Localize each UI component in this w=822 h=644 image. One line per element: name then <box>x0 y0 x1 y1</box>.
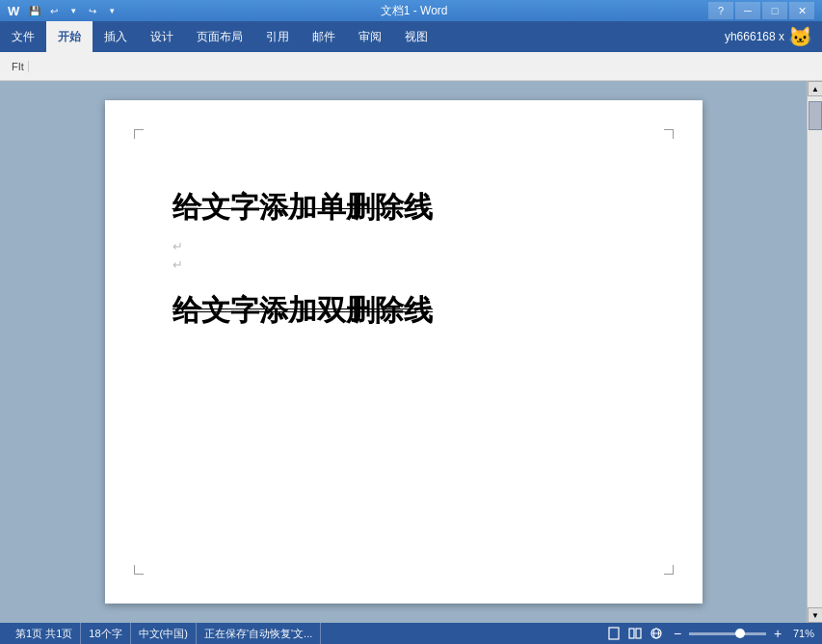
corner-mark-tr <box>664 129 674 139</box>
zoom-in-button[interactable]: + <box>768 625 787 642</box>
minimize-button[interactable]: ─ <box>735 2 760 19</box>
document-scroll-area[interactable]: 给文字添加单删除线 ↵ ↵ 给文字添加双删除线 <box>0 81 807 623</box>
tab-review[interactable]: 审阅 <box>347 21 393 52</box>
window-controls: ? ─ □ ✕ <box>708 2 814 19</box>
tab-pagelayout[interactable]: 页面布局 <box>185 21 254 52</box>
language-status[interactable]: 中文(中国) <box>131 623 197 644</box>
svg-rect-1 <box>629 629 634 638</box>
scroll-down-button[interactable]: ▼ <box>808 607 822 623</box>
username-label: yh666168 x <box>725 30 784 43</box>
tab-home[interactable]: 开始 <box>46 21 93 52</box>
single-strikethrough-text: 给文字添加单删除线 <box>172 191 433 223</box>
tab-view[interactable]: 视图 <box>393 21 439 52</box>
toolbar-area: FIt ​ <box>0 52 822 81</box>
text-block-1: 给文字添加单删除线 <box>172 187 635 228</box>
tab-mailings[interactable]: 邮件 <box>301 21 347 52</box>
svg-rect-2 <box>636 629 641 638</box>
print-layout-button[interactable] <box>604 625 623 642</box>
text-block-2: 给文字添加双删除线 <box>172 291 635 331</box>
tab-design[interactable]: 设计 <box>139 21 185 52</box>
read-mode-button[interactable] <box>625 625 645 642</box>
window-title: 文档1 - Word <box>119 3 708 19</box>
zoom-percentage[interactable]: 71% <box>789 628 814 639</box>
zoom-out-button[interactable]: − <box>668 625 687 642</box>
tab-insert[interactable]: 插入 <box>93 21 139 52</box>
user-info: yh666168 x 🐱 <box>715 21 822 52</box>
zoom-track[interactable] <box>689 632 766 635</box>
tab-file[interactable]: 文件 <box>0 21 46 52</box>
zoom-slider[interactable] <box>689 627 766 640</box>
scrollbar-vertical[interactable]: ▲ ▼ <box>807 81 822 623</box>
toolbar-placeholder: ​ <box>33 61 48 72</box>
save-qat-button[interactable]: 💾 <box>27 3 42 18</box>
undo-dropdown-button[interactable]: ▼ <box>66 3 81 18</box>
title-bar: W 💾 ↩ ▼ ↪ ▼ 文档1 - Word ? ─ □ ✕ <box>0 0 822 21</box>
zoom-thumb[interactable] <box>735 629 745 638</box>
corner-mark-br <box>664 565 674 575</box>
scroll-track[interactable] <box>808 96 822 607</box>
scroll-up-button[interactable]: ▲ <box>808 81 822 96</box>
double-strikethrough-text: 给文字添加双删除线 <box>172 291 433 331</box>
web-layout-button[interactable] <box>647 625 666 642</box>
font-fit-label[interactable]: FIt <box>8 61 29 72</box>
qat-more-button[interactable]: ▼ <box>104 3 119 18</box>
page: 给文字添加单删除线 ↵ ↵ 给文字添加双删除线 <box>105 100 703 604</box>
para-mark-2: ↵ <box>172 257 635 272</box>
undo-qat-button[interactable]: ↩ <box>46 3 62 18</box>
help-button[interactable]: ? <box>708 2 733 19</box>
corner-mark-bl <box>134 565 144 575</box>
para-mark-1: ↵ <box>172 239 635 254</box>
close-button[interactable]: ✕ <box>789 2 814 19</box>
title-bar-left: W 💾 ↩ ▼ ↪ ▼ <box>8 3 119 18</box>
page-count-status[interactable]: 第1页 共1页 <box>8 623 81 644</box>
maximize-button[interactable]: □ <box>762 2 787 19</box>
autosave-status: 正在保存'自动恢复'文... <box>197 623 321 644</box>
svg-rect-0 <box>609 628 619 639</box>
status-bar: 第1页 共1页 18个字 中文(中国) 正在保存'自动恢复'文... − + 7… <box>0 623 822 644</box>
word-count-status[interactable]: 18个字 <box>81 623 130 644</box>
scroll-thumb[interactable] <box>809 101 822 130</box>
document-area: 给文字添加单删除线 ↵ ↵ 给文字添加双删除线 ▲ ▼ <box>0 81 822 623</box>
user-avatar[interactable]: 🐱 <box>788 25 812 48</box>
ribbon: 文件 开始 插入 设计 页面布局 引用 邮件 审阅 视图 yh666168 x … <box>0 21 822 52</box>
view-controls: − + 71% <box>604 625 814 642</box>
redo-qat-button[interactable]: ↪ <box>85 3 100 18</box>
corner-mark-tl <box>134 129 144 139</box>
word-logo-icon: W <box>8 4 19 18</box>
tab-references[interactable]: 引用 <box>254 21 301 52</box>
